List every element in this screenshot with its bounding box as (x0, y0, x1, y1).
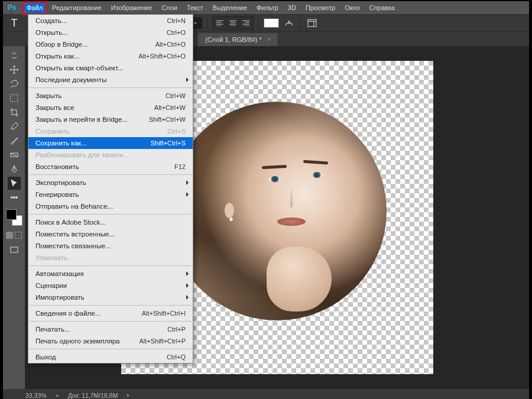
menu-item-label: Упаковать... (35, 254, 186, 261)
menu-item-shortcut: Ctrl+S (167, 128, 186, 135)
menu-3d[interactable]: 3D (283, 2, 301, 13)
menu-item[interactable]: Открыть...Ctrl+O (28, 27, 193, 38)
align-right-button[interactable] (239, 17, 252, 29)
submenu-arrow-icon (186, 270, 189, 277)
menu-item[interactable]: Последние документы (28, 74, 193, 86)
warp-text-icon[interactable] (283, 17, 296, 29)
file-menu-dropdown: Создать...Ctrl+NОткрыть...Ctrl+OОбзор в … (28, 14, 193, 364)
pen-tool-icon[interactable] (8, 163, 21, 176)
more-tools-icon[interactable] (8, 191, 21, 204)
menu-item-label: Импортировать (35, 294, 186, 301)
menu-item[interactable]: Сохранить как...Shift+Ctrl+S (28, 137, 193, 149)
foreground-color-swatch[interactable] (6, 209, 17, 220)
svg-rect-6 (11, 247, 18, 252)
menu-item[interactable]: Обзор в Bridge...Alt+Ctrl+O (28, 38, 193, 50)
menu-item[interactable]: ВыходCtrl+Q (28, 351, 193, 363)
menu-item-shortcut: Alt+Shift+Ctrl+O (138, 53, 186, 60)
svg-point-4 (13, 197, 15, 199)
svg-rect-0 (308, 20, 316, 27)
quick-mask-toggle[interactable] (6, 232, 22, 239)
character-panel-icon[interactable] (306, 17, 319, 29)
menu-item-label: Разблокировать для записи... (35, 151, 186, 158)
menu-item[interactable]: Поместить связанные... (28, 240, 193, 252)
menu-separator (29, 87, 192, 88)
move-tool-icon[interactable] (8, 63, 21, 76)
menu-separator (29, 349, 192, 349)
gradient-tool-icon[interactable] (8, 148, 21, 161)
portrait-detail (277, 218, 306, 226)
menubar: Ps ФайлРедактированиеИзображениеСлоиТекс… (3, 1, 529, 14)
menu-item[interactable]: Создать...Ctrl+N (28, 15, 193, 27)
brush-tool-icon[interactable] (8, 134, 21, 147)
arrow-tool-icon[interactable] (8, 177, 21, 190)
marquee-tool-icon[interactable] (8, 92, 21, 105)
menu-item[interactable]: Закрыть и перейти в Bridge...Shift+Ctrl+… (28, 113, 193, 125)
menu-item[interactable]: ВосстановитьF12 (28, 161, 193, 173)
menu-item[interactable]: Экспортировать (28, 177, 193, 189)
menu-item[interactable]: Сведения о файле...Alt+Shift+Ctrl+I (28, 307, 193, 319)
menu-item[interactable]: Сценарии (28, 280, 193, 291)
menu-item-label: Открыть как смарт-объект... (35, 64, 186, 72)
menu-separator (29, 305, 192, 306)
tools-panel (3, 46, 25, 389)
menu-separator (29, 174, 192, 175)
zoom-level[interactable]: 33,33% (25, 392, 47, 399)
divider (258, 17, 259, 30)
divider (207, 17, 207, 30)
menu-слои[interactable]: Слои (157, 2, 182, 13)
portrait-detail (290, 185, 293, 207)
app-frame: Ps ФайлРедактированиеИзображениеСлоиТекс… (3, 1, 529, 391)
menu-выделение[interactable]: Выделение (208, 2, 252, 13)
menu-файл[interactable]: Файл (22, 2, 47, 13)
tabs-toggle-icon[interactable] (8, 49, 21, 62)
menu-item[interactable]: ЗакрытьCtrl+W (28, 90, 193, 102)
menu-item-shortcut: Ctrl+O (167, 29, 186, 36)
portrait-detail (229, 218, 233, 221)
menu-просмотр[interactable]: Просмотр (301, 2, 340, 13)
menu-справка[interactable]: Справка (365, 2, 400, 13)
zoom-menu-arrow-icon[interactable] (55, 393, 60, 398)
menu-фильтр[interactable]: Фильтр (252, 2, 283, 13)
menu-текст[interactable]: Текст (182, 2, 208, 13)
menu-item-label: Открыть как... (35, 53, 138, 60)
type-tool-indicator[interactable]: T (7, 17, 22, 30)
portrait-detail (268, 176, 281, 182)
menu-редактирование[interactable]: Редактирование (47, 2, 106, 13)
eyedropper-tool-icon[interactable] (8, 120, 21, 133)
crop-tool-icon[interactable] (8, 106, 21, 119)
menu-item[interactable]: Поиск в Adobe Stock... (28, 216, 193, 228)
menu-item[interactable]: Печать одного экземпляраAlt+Shift+Ctrl+P (28, 335, 193, 347)
portrait-detail (303, 160, 328, 165)
menu-item[interactable]: Поместить встроенные... (28, 228, 193, 240)
portrait-detail (267, 246, 332, 312)
menu-item-shortcut: Ctrl+W (166, 92, 186, 99)
menu-item: СохранитьCtrl+S (28, 125, 193, 137)
portrait-detail (225, 203, 234, 218)
close-tab-icon[interactable]: × (268, 37, 271, 43)
menu-item[interactable]: Автоматизация (28, 268, 193, 280)
menu-item-label: Открыть... (35, 29, 167, 36)
screen-mode-icon[interactable] (8, 244, 21, 257)
status-menu-arrow-icon[interactable] (126, 393, 131, 398)
menu-item[interactable]: Открыть как...Alt+Shift+Ctrl+O (28, 50, 193, 62)
align-left-button[interactable] (213, 17, 226, 29)
menu-item[interactable]: Генерировать (28, 189, 193, 200)
menu-item: Разблокировать для записи... (28, 149, 193, 161)
menu-окно[interactable]: Окно (340, 2, 365, 13)
foreground-background-swatches[interactable] (6, 209, 22, 226)
align-center-button[interactable] (226, 17, 239, 29)
menu-separator (29, 265, 192, 266)
text-color-swatch[interactable] (264, 18, 279, 28)
menu-item[interactable]: Импортировать (28, 291, 193, 303)
menu-item-label: Отправить на Behance... (35, 203, 186, 210)
menu-item-label: Последние документы (35, 76, 186, 83)
menu-item[interactable]: Открыть как смарт-объект... (28, 62, 193, 74)
menu-item[interactable]: Закрыть всеAlt+Ctrl+W (28, 102, 193, 113)
menu-изображение[interactable]: Изображение (106, 2, 157, 13)
lasso-tool-icon[interactable] (8, 77, 21, 90)
menu-item[interactable]: Отправить на Behance... (28, 200, 193, 212)
menu-item-label: Генерировать (35, 191, 186, 198)
layer-content-circle (168, 102, 387, 320)
menu-item[interactable]: Печатать...Ctrl+P (28, 323, 193, 335)
document-tab[interactable]: (Слой 1, RGB/8#) * × (198, 33, 278, 46)
